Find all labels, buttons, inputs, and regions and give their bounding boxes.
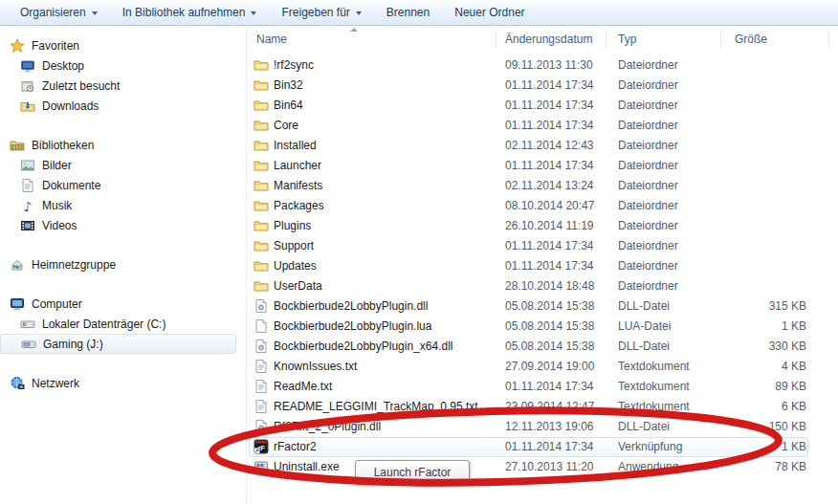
file-name: Rf2Rift_2_0Plugin.dll — [274, 417, 381, 437]
sidebar-item-desktop[interactable]: Desktop — [0, 55, 246, 76]
sidebar-item-downloads[interactable]: Downloads — [0, 96, 246, 116]
sidebar-item-heimnetzgruppe[interactable]: Heimnetzgruppe — [0, 254, 246, 274]
sidebar-item-zuletzt-besucht[interactable]: Zuletzt besucht — [0, 76, 246, 96]
column-header-name[interactable]: Name — [256, 27, 287, 52]
toolbar-button-brennen[interactable]: Brennen — [374, 2, 442, 23]
libraries-icon — [10, 138, 25, 153]
file-type: Dateiordner — [618, 236, 678, 256]
file-date: 01.11.2014 17:34 — [505, 256, 594, 276]
folder-icon — [254, 238, 269, 253]
toolbar-button-freigeben-f-r[interactable]: Freigeben für — [269, 2, 373, 23]
chevron-down-icon — [356, 11, 362, 15]
sidebar-item-computer[interactable]: Computer — [0, 294, 246, 314]
file-row-uninstall-exe[interactable]: Uninstall.exe27.10.2013 11:20Anwendung78… — [247, 457, 838, 477]
file-name: Uninstall.exe — [274, 457, 340, 477]
pictures-icon — [20, 158, 35, 173]
file-row-bin64[interactable]: Bin6401.11.2014 17:34Dateiordner — [247, 96, 838, 116]
column-header-date[interactable]: Änderungsdatum — [505, 27, 592, 52]
folder-icon — [254, 98, 269, 113]
column-separator[interactable] — [606, 31, 606, 49]
file-row-userdata[interactable]: UserData28.10.2014 18:48Dateiordner — [247, 276, 838, 296]
sidebar-item-gaming-j[interactable]: Gaming (J:) — [0, 334, 236, 354]
sidebar-item-label: Favoriten — [32, 39, 79, 53]
file-type: Textdokument — [618, 357, 690, 377]
column-separator[interactable] — [720, 31, 721, 49]
file-row-bin32[interactable]: Bin3201.11.2014 17:34Dateiordner — [247, 76, 838, 96]
file-size: 4 KB — [692, 357, 806, 377]
file-type: DLL-Datei — [618, 296, 670, 317]
file-date: 27.10.2013 11:20 — [505, 457, 594, 477]
file-type: Dateiordner — [618, 55, 678, 76]
file-row-core[interactable]: Core01.11.2014 17:34Dateiordner — [247, 116, 838, 136]
file-size: 1 KB — [692, 437, 806, 457]
file-row-rf2rift-2-0plugin-dll[interactable]: Rf2Rift_2_0Plugin.dll12.11.2013 19:06DLL… — [247, 417, 838, 437]
file-row-bockbierbude2lobbyplugin-lua[interactable]: Bockbierbude2LobbyPlugin.lua05.08.2014 1… — [247, 317, 838, 337]
file-row-bockbierbude2lobbyplugin-x64-dll[interactable]: Bockbierbude2LobbyPlugin_x64.dll05.08.20… — [247, 337, 838, 357]
file-row-rfactor2[interactable]: rFrFactor201.11.2014 17:34Verknüpfung1 K… — [247, 437, 838, 457]
file-name: !rf2sync — [274, 55, 314, 76]
file-list: !rf2sync09.11.2013 11:30DateiordnerBin32… — [247, 55, 838, 477]
sidebar-item-bilder[interactable]: Bilder — [0, 155, 246, 175]
sidebar-item-videos[interactable]: Videos — [0, 215, 246, 235]
file-row-knownissues-txt[interactable]: KnownIssues.txt27.09.2014 19:00Textdokum… — [247, 357, 838, 377]
sidebar-item-dokumente[interactable]: Dokumente — [0, 175, 246, 195]
file-size: 315 KB — [692, 296, 806, 317]
toolbar-button-label: Neuer Ordner — [454, 6, 524, 19]
file-name: rFactor2 — [274, 437, 317, 457]
folder-icon — [254, 57, 269, 73]
sidebar-item-label: Bibliotheken — [32, 139, 94, 152]
column-header-row: Name Änderungsdatum Typ Größe — [247, 27, 838, 52]
column-header-type[interactable]: Typ — [618, 27, 636, 52]
file-name: Bockbierbude2LobbyPlugin_x64.dll — [274, 337, 452, 357]
file-name: Manifests — [274, 176, 322, 196]
file-name: Updates — [274, 256, 317, 276]
toolbar-button-in-bibliothek-aufnehmen[interactable]: In Bibliothek aufnehmen — [110, 2, 270, 23]
folder-icon — [254, 178, 269, 193]
sidebar-item-bibliotheken[interactable]: Bibliotheken — [0, 135, 246, 155]
file-date: 01.11.2014 17:34 — [505, 236, 594, 256]
column-separator[interactable] — [496, 31, 496, 49]
command-toolbar: OrganisierenIn Bibliothek aufnehmenFreig… — [0, 0, 838, 26]
sidebar-item-label: Downloads — [42, 99, 99, 113]
column-separator[interactable] — [828, 31, 829, 49]
file-date: 02.11.2014 13:24 — [505, 176, 594, 196]
file-size: 89 KB — [692, 377, 806, 397]
sidebar-item-favoriten[interactable]: Favoriten — [0, 35, 246, 55]
file-type: DLL-Datei — [618, 417, 670, 437]
rfactor2-shortcut-icon: rF — [254, 439, 269, 454]
file-name: KnownIssues.txt — [274, 357, 357, 377]
column-header-size[interactable]: Größe — [735, 27, 767, 52]
file-date: 05.08.2014 15:38 — [505, 296, 594, 317]
file-name: Launcher — [274, 156, 321, 176]
file-row-plugins[interactable]: Plugins26.10.2014 11:19Dateiordner — [247, 216, 838, 236]
toolbar-button-neuer-ordner[interactable]: Neuer Ordner — [442, 2, 537, 23]
file-row-updates[interactable]: Updates01.11.2014 17:34Dateiordner — [247, 256, 838, 276]
sidebar-item-lokaler-datentr-ger-c[interactable]: Lokaler Datenträger (C:) — [0, 314, 246, 334]
file-type: Dateiordner — [618, 176, 678, 196]
file-name: Bin64 — [274, 96, 303, 116]
file-type: Dateiordner — [618, 76, 678, 96]
sidebar-item-label: Videos — [42, 219, 77, 232]
application-icon — [254, 459, 269, 474]
file-row-manifests[interactable]: Manifests02.11.2014 13:24Dateiordner — [247, 176, 838, 196]
file-date: 01.11.2014 17:34 — [505, 76, 594, 96]
file-row-rf2sync[interactable]: !rf2sync09.11.2013 11:30Dateiordner — [247, 55, 838, 76]
file-row-packages[interactable]: Packages08.10.2014 20:47Dateiordner — [247, 196, 838, 216]
documents-icon — [20, 178, 35, 193]
file-row-readme-leggimi-trackmap-0-95-txt[interactable]: README_LEGGIMI_TrackMap_0.95.txt23.09.20… — [247, 397, 838, 417]
file-row-support[interactable]: Support01.11.2014 17:34Dateiordner — [247, 236, 838, 256]
file-date: 26.10.2014 11:19 — [505, 216, 594, 236]
file-row-launcher[interactable]: Launcher01.11.2014 17:34Dateiordner — [247, 156, 838, 176]
toolbar-button-organisieren[interactable]: Organisieren — [8, 2, 110, 23]
file-row-readme-txt[interactable]: ReadMe.txt01.11.2014 17:34Textdokument89… — [247, 377, 838, 397]
file-row-bockbierbude2lobbyplugin-dll[interactable]: Bockbierbude2LobbyPlugin.dll05.08.2014 1… — [247, 296, 838, 317]
file-date: 12.11.2013 19:06 — [505, 417, 594, 437]
file-date: 01.11.2014 17:34 — [505, 156, 594, 176]
file-row-installed[interactable]: Installed02.11.2014 12:43Dateiordner — [247, 136, 838, 156]
sidebar-item-netzwerk[interactable]: Netzwerk — [0, 373, 246, 393]
sidebar-section: BibliothekenBilderDokumente♪MusikVideos — [0, 135, 246, 235]
sidebar-item-label: Heimnetzgruppe — [32, 258, 116, 272]
sidebar-item-musik[interactable]: ♪Musik — [0, 195, 246, 215]
folder-icon — [254, 77, 269, 93]
file-name: Core — [274, 116, 298, 136]
